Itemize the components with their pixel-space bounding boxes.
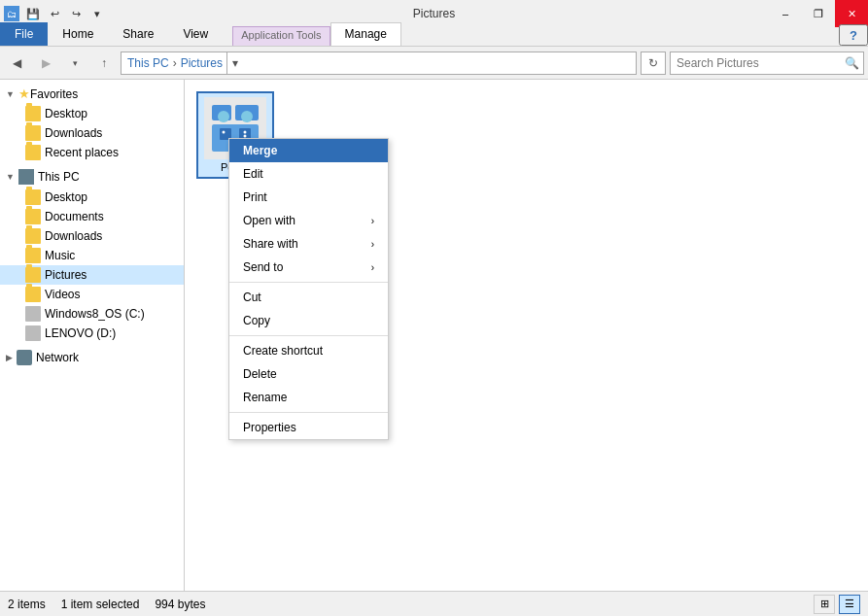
sidebar-item-documents[interactable]: Documents bbox=[0, 207, 184, 226]
tab-view[interactable]: View bbox=[168, 22, 223, 46]
sidebar-item-recent[interactable]: Recent places bbox=[0, 143, 184, 162]
downloads2-label: Downloads bbox=[45, 229, 102, 243]
items-count: 2 items bbox=[8, 598, 46, 611]
sidebar-item-videos[interactable]: Videos bbox=[0, 285, 184, 304]
address-dropdown[interactable]: ▾ bbox=[226, 51, 242, 75]
sidebar-item-lenovo[interactable]: LENOVO (D:) bbox=[0, 324, 184, 343]
search-icon[interactable]: 🔍 bbox=[840, 52, 863, 74]
ctx-cut[interactable]: Cut bbox=[229, 286, 388, 309]
ctx-open-with[interactable]: Open with › bbox=[229, 209, 388, 232]
favorites-label: Favorites bbox=[30, 87, 78, 101]
svg-point-8 bbox=[223, 131, 226, 134]
refresh-button[interactable]: ↻ bbox=[641, 51, 666, 75]
sidebar-item-pictures[interactable]: Pictures bbox=[0, 265, 184, 285]
svg-point-5 bbox=[241, 111, 253, 122]
tab-manage[interactable]: Manage bbox=[330, 22, 401, 46]
ctx-share-with[interactable]: Share with › bbox=[229, 232, 388, 256]
folder-icon bbox=[25, 125, 41, 141]
addr-pictures[interactable]: Pictures bbox=[181, 56, 223, 70]
sidebar-this-pc-header[interactable]: ▼ This PC bbox=[0, 166, 184, 188]
ctx-separator-1 bbox=[229, 282, 388, 283]
windows-os-label: Windows8_OS (C:) bbox=[45, 307, 145, 321]
size-info: 994 bytes bbox=[155, 598, 205, 611]
view-large-icons[interactable]: ⊞ bbox=[814, 595, 835, 614]
sidebar-item-desktop[interactable]: Desktop bbox=[0, 104, 184, 123]
ctx-create-shortcut[interactable]: Create shortcut bbox=[229, 339, 388, 362]
sidebar: ▼ ★ Favorites Desktop Downloads Recent p… bbox=[0, 80, 185, 591]
back-button[interactable]: ◀ bbox=[4, 51, 29, 76]
quick-access-toolbar: 💾 ↩ ↪ ▾ bbox=[23, 4, 107, 23]
sidebar-item-desktop2[interactable]: Desktop bbox=[0, 188, 184, 207]
tab-file[interactable]: File bbox=[0, 22, 48, 46]
submenu-arrow: › bbox=[371, 262, 374, 273]
chevron-favorites: ▼ bbox=[6, 89, 15, 99]
search-box: 🔍 bbox=[670, 51, 864, 75]
qa-redo-btn[interactable]: ↪ bbox=[66, 4, 86, 23]
status-left: 2 items 1 item selected 994 bytes bbox=[8, 598, 205, 611]
svg-point-4 bbox=[218, 111, 229, 122]
recent-places-label: Recent places bbox=[45, 146, 119, 159]
tab-share[interactable]: Share bbox=[108, 22, 168, 46]
favorites-icon: ★ bbox=[18, 86, 30, 101]
ctx-send-to[interactable]: Send to › bbox=[229, 256, 388, 279]
desktop-label: Desktop bbox=[45, 107, 87, 120]
addr-sep-1: › bbox=[173, 56, 177, 70]
search-input[interactable] bbox=[671, 56, 840, 70]
ctx-print[interactable]: Print bbox=[229, 186, 388, 209]
close-button[interactable]: ✕ bbox=[835, 0, 868, 27]
forward-button[interactable]: ▶ bbox=[33, 51, 58, 76]
qa-save-btn[interactable]: 💾 bbox=[23, 4, 43, 23]
ctx-copy[interactable]: Copy bbox=[229, 309, 388, 332]
folder-icon bbox=[25, 267, 41, 283]
submenu-arrow: › bbox=[371, 216, 374, 226]
ctx-merge[interactable]: Merge bbox=[229, 139, 388, 162]
folder-icon bbox=[25, 106, 41, 121]
sidebar-item-downloads[interactable]: Downloads bbox=[0, 123, 184, 143]
help-button[interactable]: ? bbox=[839, 24, 868, 46]
chevron-network: ▶ bbox=[6, 353, 13, 362]
addr-this-pc[interactable]: This PC bbox=[127, 56, 169, 70]
ctx-separator-2 bbox=[229, 335, 388, 336]
main-layout: ▼ ★ Favorites Desktop Downloads Recent p… bbox=[0, 80, 868, 591]
address-input[interactable]: This PC › Pictures ▾ bbox=[121, 51, 637, 75]
up-button[interactable]: ↑ bbox=[91, 51, 117, 76]
minimize-button[interactable]: – bbox=[769, 0, 802, 27]
content-area: Pow... Merge Edit Print Open with › Shar… bbox=[185, 80, 868, 591]
folder-icon bbox=[25, 189, 41, 205]
address-bar: ◀ ▶ ▾ ↑ This PC › Pictures ▾ ↻ 🔍 bbox=[0, 47, 868, 80]
ctx-edit[interactable]: Edit bbox=[229, 162, 388, 186]
sidebar-network-header[interactable]: ▶ Network bbox=[0, 347, 184, 368]
submenu-arrow: › bbox=[371, 239, 374, 250]
app-title: Pictures bbox=[413, 0, 455, 27]
network-label: Network bbox=[36, 351, 79, 364]
drive-icon bbox=[25, 306, 41, 322]
lenovo-label: LENOVO (D:) bbox=[45, 326, 116, 340]
recent-locations-button[interactable]: ▾ bbox=[62, 51, 87, 76]
folder-icon bbox=[25, 209, 41, 224]
view-details[interactable]: ☰ bbox=[839, 595, 860, 614]
videos-label: Videos bbox=[45, 288, 80, 301]
computer-icon bbox=[18, 169, 34, 185]
drive-icon bbox=[25, 325, 41, 341]
ctx-rename[interactable]: Rename bbox=[229, 386, 388, 409]
qa-dropdown-btn[interactable]: ▾ bbox=[87, 4, 107, 23]
window-icon: 🗂 bbox=[4, 6, 19, 21]
tab-home[interactable]: Home bbox=[48, 22, 108, 46]
window-controls: – ❐ ✕ bbox=[769, 0, 868, 27]
sidebar-item-downloads2[interactable]: Downloads bbox=[0, 226, 184, 246]
ctx-properties[interactable]: Properties bbox=[229, 416, 388, 439]
app-tools-label: Application Tools bbox=[232, 26, 330, 46]
ribbon-tabs: File Home Share View Application Tools M… bbox=[0, 22, 401, 46]
sidebar-favorites-header[interactable]: ▼ ★ Favorites bbox=[0, 84, 184, 104]
ctx-delete[interactable]: Delete bbox=[229, 362, 388, 386]
folder-icon bbox=[25, 287, 41, 302]
sidebar-item-music[interactable]: Music bbox=[0, 246, 184, 265]
folder-icon bbox=[25, 248, 41, 263]
ctx-separator-3 bbox=[229, 412, 388, 413]
restore-button[interactable]: ❐ bbox=[802, 0, 835, 27]
folder-icon bbox=[25, 228, 41, 244]
sidebar-item-windows-os[interactable]: Windows8_OS (C:) bbox=[0, 304, 184, 324]
network-icon bbox=[17, 350, 32, 365]
qa-undo-btn[interactable]: ↩ bbox=[45, 4, 64, 23]
title-bar: 🗂 💾 ↩ ↪ ▾ Pictures – ❐ ✕ File Home Share… bbox=[0, 0, 868, 47]
